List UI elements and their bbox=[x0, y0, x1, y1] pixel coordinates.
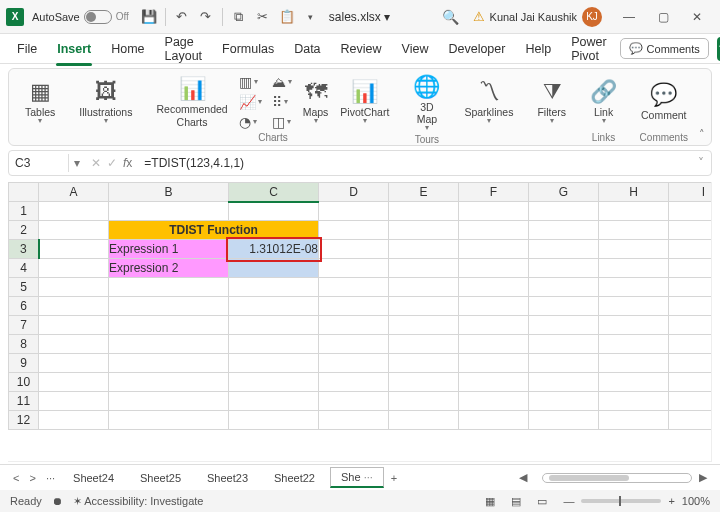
qat-more-icon[interactable]: ▾ bbox=[302, 8, 320, 26]
page-layout-view-icon[interactable]: ▤ bbox=[508, 495, 524, 508]
row-header-1[interactable]: 1 bbox=[9, 202, 39, 221]
cell-D10[interactable] bbox=[319, 373, 389, 392]
cell-C8[interactable] bbox=[229, 335, 319, 354]
close-button[interactable]: ✕ bbox=[680, 2, 714, 32]
cell-G6[interactable] bbox=[529, 297, 599, 316]
cell-H10[interactable] bbox=[599, 373, 669, 392]
cell-D9[interactable] bbox=[319, 354, 389, 373]
cell-B10[interactable] bbox=[109, 373, 229, 392]
spreadsheet-grid[interactable]: ABCDEFGHI 12TDIST Function3Expression 11… bbox=[8, 182, 712, 462]
page-break-view-icon[interactable]: ▭ bbox=[534, 495, 550, 508]
zoom-level[interactable]: 100% bbox=[682, 495, 710, 507]
cell-H3[interactable] bbox=[599, 240, 669, 259]
cell-H1[interactable] bbox=[599, 202, 669, 221]
cell-D2[interactable] bbox=[319, 221, 389, 240]
sheet-tab[interactable]: Sheet25 bbox=[129, 468, 192, 488]
cell-B1[interactable] bbox=[109, 202, 229, 221]
normal-view-icon[interactable]: ▦ bbox=[482, 495, 498, 508]
tab-help[interactable]: Help bbox=[516, 38, 560, 60]
row-header-4[interactable]: 4 bbox=[9, 259, 39, 278]
cell-B9[interactable] bbox=[109, 354, 229, 373]
col-header-I[interactable]: I bbox=[669, 183, 713, 202]
search-icon[interactable]: 🔍 bbox=[442, 9, 459, 25]
line-chart-icon[interactable]: 📈▾ bbox=[236, 93, 265, 111]
cell-F7[interactable] bbox=[459, 316, 529, 335]
name-box[interactable]: C3 bbox=[9, 154, 69, 172]
cancel-formula-icon[interactable]: ✕ bbox=[91, 156, 101, 170]
cell-G9[interactable] bbox=[529, 354, 599, 373]
tab-formulas[interactable]: Formulas bbox=[213, 38, 283, 60]
cell-E3[interactable] bbox=[389, 240, 459, 259]
cell-F10[interactable] bbox=[459, 373, 529, 392]
cell-I12[interactable] bbox=[669, 411, 713, 430]
sheet-tab[interactable]: Sheet24 bbox=[62, 468, 125, 488]
filename[interactable]: sales.xlsx ▾ bbox=[329, 10, 390, 24]
save-icon[interactable]: 💾 bbox=[140, 8, 158, 26]
cell-G5[interactable] bbox=[529, 278, 599, 297]
cell-E10[interactable] bbox=[389, 373, 459, 392]
cell-D12[interactable] bbox=[319, 411, 389, 430]
cell-E4[interactable] bbox=[389, 259, 459, 278]
comments-button[interactable]: 💬 Comments bbox=[620, 38, 709, 59]
cell-D11[interactable] bbox=[319, 392, 389, 411]
cell-A11[interactable] bbox=[39, 392, 109, 411]
cell-A6[interactable] bbox=[39, 297, 109, 316]
cell-I4[interactable] bbox=[669, 259, 713, 278]
select-all-corner[interactable] bbox=[9, 183, 39, 202]
row-header-11[interactable]: 11 bbox=[9, 392, 39, 411]
cell-G12[interactable] bbox=[529, 411, 599, 430]
pivotchart-button[interactable]: 📊PivotChart▾ bbox=[336, 76, 393, 127]
cell-D4[interactable] bbox=[319, 259, 389, 278]
filters-button[interactable]: ⧩Filters▾ bbox=[533, 76, 570, 127]
fx-icon[interactable]: fx bbox=[123, 156, 132, 170]
maximize-button[interactable]: ▢ bbox=[646, 2, 680, 32]
col-header-A[interactable]: A bbox=[39, 183, 109, 202]
cell-I1[interactable] bbox=[669, 202, 713, 221]
warning-icon[interactable]: ⚠ bbox=[473, 9, 485, 24]
sheet-tab[interactable]: Sheet23 bbox=[196, 468, 259, 488]
cell-A8[interactable] bbox=[39, 335, 109, 354]
horizontal-scrollbar[interactable] bbox=[542, 473, 692, 483]
cell-E12[interactable] bbox=[389, 411, 459, 430]
cell-C7[interactable] bbox=[229, 316, 319, 335]
cell-F11[interactable] bbox=[459, 392, 529, 411]
cell-B11[interactable] bbox=[109, 392, 229, 411]
cell-F5[interactable] bbox=[459, 278, 529, 297]
3d-map-button[interactable]: 🌐3D Map▾ bbox=[409, 71, 444, 134]
cell-B8[interactable] bbox=[109, 335, 229, 354]
cell-G10[interactable] bbox=[529, 373, 599, 392]
redo-icon[interactable]: ↷ bbox=[197, 8, 215, 26]
cell-B6[interactable] bbox=[109, 297, 229, 316]
cell-G3[interactable] bbox=[529, 240, 599, 259]
col-header-D[interactable]: D bbox=[319, 183, 389, 202]
cell-D5[interactable] bbox=[319, 278, 389, 297]
cell-C1[interactable] bbox=[229, 202, 319, 221]
cell-I2[interactable] bbox=[669, 221, 713, 240]
col-header-G[interactable]: G bbox=[529, 183, 599, 202]
cell-F1[interactable] bbox=[459, 202, 529, 221]
row-header-7[interactable]: 7 bbox=[9, 316, 39, 335]
tab-power-pivot[interactable]: Power Pivot bbox=[562, 31, 615, 67]
tab-home[interactable]: Home bbox=[102, 38, 153, 60]
cell-F6[interactable] bbox=[459, 297, 529, 316]
cell-B2[interactable]: TDIST Function bbox=[109, 221, 319, 240]
cell-G7[interactable] bbox=[529, 316, 599, 335]
zoom-slider[interactable] bbox=[581, 499, 661, 503]
formula-input[interactable]: =TDIST(123,4.1,1) bbox=[138, 154, 691, 172]
expand-formula-bar-icon[interactable]: ˅ bbox=[691, 156, 711, 170]
cell-F8[interactable] bbox=[459, 335, 529, 354]
copy-icon[interactable]: ⧉ bbox=[230, 8, 248, 26]
cell-E2[interactable] bbox=[389, 221, 459, 240]
cell-E9[interactable] bbox=[389, 354, 459, 373]
cell-I3[interactable] bbox=[669, 240, 713, 259]
tab-view[interactable]: View bbox=[393, 38, 438, 60]
cell-F4[interactable] bbox=[459, 259, 529, 278]
col-header-C[interactable]: C bbox=[229, 183, 319, 202]
comment-button[interactable]: 💬Comment bbox=[637, 79, 691, 123]
zoom-in-icon[interactable]: + bbox=[665, 495, 677, 507]
cell-D8[interactable] bbox=[319, 335, 389, 354]
enter-formula-icon[interactable]: ✓ bbox=[107, 156, 117, 170]
cell-H4[interactable] bbox=[599, 259, 669, 278]
paste-icon[interactable]: 📋 bbox=[278, 8, 296, 26]
link-button[interactable]: 🔗Link▾ bbox=[586, 76, 621, 127]
